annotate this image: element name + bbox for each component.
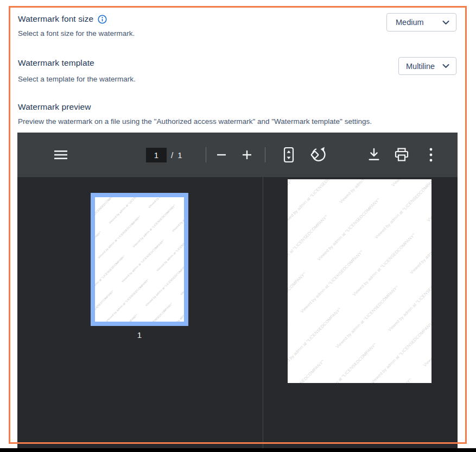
document-page: Viewed by admin at ^LICENSEDCOMPANY^View… bbox=[288, 179, 431, 383]
download-icon[interactable] bbox=[361, 133, 387, 177]
template-heading: Watermark template bbox=[18, 58, 94, 68]
template-description: Select a template for the watermark. bbox=[18, 75, 136, 83]
zoom-out-icon[interactable] bbox=[210, 133, 233, 177]
more-options-icon[interactable] bbox=[420, 133, 442, 177]
template-select[interactable]: Multiline bbox=[398, 57, 456, 75]
chevron-down-icon bbox=[442, 64, 449, 68]
info-icon[interactable] bbox=[98, 15, 107, 24]
pane-divider bbox=[263, 177, 263, 448]
font-size-heading: Watermark font size bbox=[18, 14, 93, 24]
fit-page-icon[interactable] bbox=[277, 133, 301, 177]
template-heading-row: Watermark template bbox=[18, 58, 94, 68]
toolbar-divider bbox=[206, 147, 206, 162]
menu-icon[interactable] bbox=[48, 133, 74, 177]
page-count-label: / 1 bbox=[171, 148, 183, 162]
bottom-black-bar bbox=[0, 448, 476, 452]
print-icon[interactable] bbox=[389, 133, 415, 177]
font-size-description: Select a font size for the watermark. bbox=[18, 29, 135, 37]
zoom-in-icon[interactable] bbox=[235, 133, 259, 177]
preview-heading: Watermark preview bbox=[18, 102, 91, 112]
watermark-layer: Viewed by admin at ^LICENSEDCOMPANY^View… bbox=[288, 179, 431, 383]
preview-heading-row: Watermark preview bbox=[18, 102, 91, 112]
watermark-layer: Viewed by admin at ^LICENSEDCOMPANY^View… bbox=[95, 197, 184, 322]
pdf-preview-viewer: / 1 bbox=[17, 133, 458, 448]
chevron-down-icon bbox=[442, 20, 449, 25]
preview-description: Preview the watermark on a file using th… bbox=[18, 117, 372, 125]
rotate-icon[interactable] bbox=[306, 133, 332, 177]
font-size-heading-row: Watermark font size bbox=[18, 14, 107, 24]
font-size-select[interactable]: Medium bbox=[386, 13, 456, 32]
pdf-toolbar: / 1 bbox=[17, 133, 458, 177]
pdf-viewer-body: Viewed by admin at ^LICENSEDCOMPANY^View… bbox=[17, 177, 458, 448]
toolbar-divider bbox=[265, 147, 265, 162]
watermark-settings-page: Watermark font size Select a font size f… bbox=[0, 0, 476, 452]
thumbnail-page-number: 1 bbox=[91, 330, 188, 340]
font-size-select-value: Medium bbox=[396, 18, 424, 27]
template-select-value: Multiline bbox=[406, 62, 435, 71]
page-number-input[interactable] bbox=[146, 148, 167, 162]
page-thumbnail[interactable]: Viewed by admin at ^LICENSEDCOMPANY^View… bbox=[91, 193, 188, 326]
